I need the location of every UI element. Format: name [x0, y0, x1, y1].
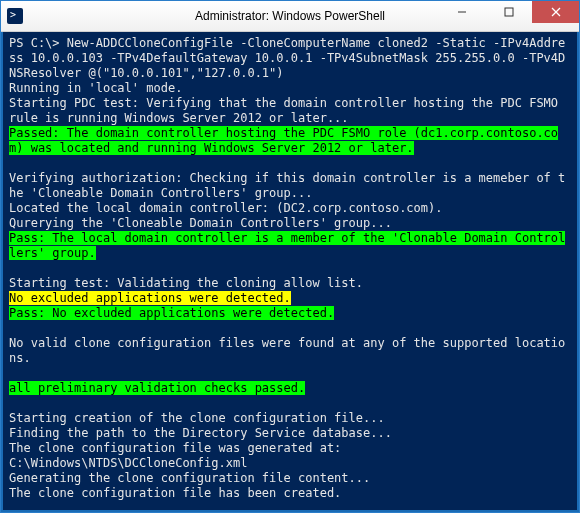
- output-line: Generating the clone configuration file …: [9, 471, 370, 485]
- app-icon-slot: [1, 8, 29, 24]
- output-line: Starting creation of the clone configura…: [9, 411, 385, 425]
- output-line: The clone configuration file has been cr…: [9, 486, 341, 500]
- output-line: No valid clone configuration files were …: [9, 336, 565, 365]
- output-line: The clone configuration file was generat…: [9, 441, 341, 455]
- output-line: Starting PDC test: Verifying that the do…: [9, 96, 565, 125]
- output-pass-line: Pass: The local domain controller is a m…: [9, 231, 565, 260]
- output-line: Located the local domain controller: (DC…: [9, 201, 442, 215]
- output-warn-line: No excluded applications were detected.: [9, 291, 291, 305]
- svg-rect-1: [505, 8, 513, 16]
- close-button[interactable]: [532, 1, 579, 23]
- maximize-button[interactable]: [485, 1, 532, 23]
- output-pass-line: all preliminary validation checks passed…: [9, 381, 305, 395]
- output-line: Qurerying the 'Cloneable Domain Controll…: [9, 216, 392, 230]
- maximize-icon: [504, 7, 514, 17]
- output-pass-line: Passed: The domain controller hosting th…: [9, 126, 558, 155]
- output-line: Starting test: Validating the cloning al…: [9, 276, 363, 290]
- output-line: Running in 'local' mode.: [9, 81, 182, 95]
- command-text: New-ADDCCloneConfigFile -CloneComputerNa…: [9, 36, 565, 80]
- minimize-icon: [457, 7, 467, 17]
- output-line: Verifying authorization: Checking if thi…: [9, 171, 565, 200]
- window-controls: [438, 1, 579, 31]
- powershell-icon: [7, 8, 23, 24]
- output-pass-line: Pass: No excluded applications were dete…: [9, 306, 334, 320]
- close-icon: [551, 7, 561, 17]
- prompt: PS C:\>: [9, 36, 60, 50]
- powershell-window: Administrator: Windows PowerShell PS C:\…: [0, 0, 580, 513]
- console-output[interactable]: PS C:\> New-ADDCCloneConfigFile -CloneCo…: [1, 32, 579, 512]
- titlebar[interactable]: Administrator: Windows PowerShell: [1, 1, 579, 32]
- output-line: C:\Windows\NTDS\DCCloneConfig.xml: [9, 456, 247, 470]
- output-line: Finding the path to the Directory Servic…: [9, 426, 392, 440]
- minimize-button[interactable]: [438, 1, 485, 23]
